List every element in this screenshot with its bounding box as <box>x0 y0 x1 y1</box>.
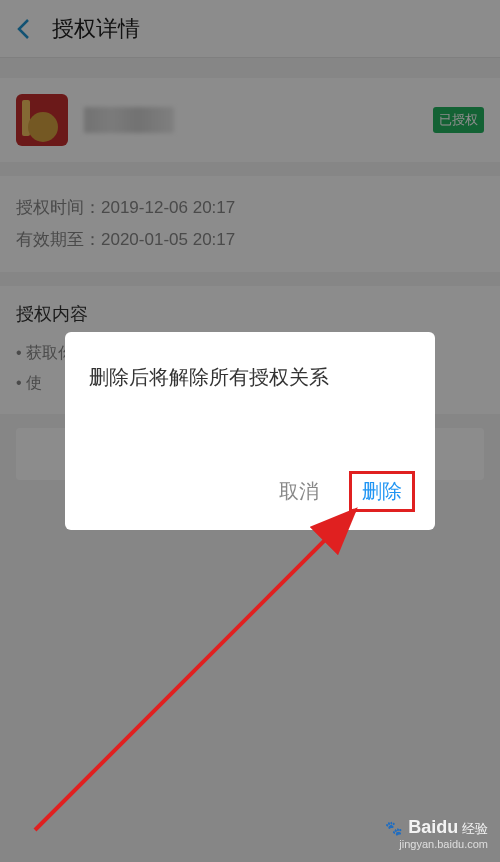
highlight-annotation: 删除 <box>349 471 415 512</box>
watermark-url: jingyan.baidu.com <box>385 838 488 850</box>
confirm-dialog: 删除后将解除所有授权关系 取消 删除 <box>65 332 435 530</box>
cancel-button[interactable]: 取消 <box>279 478 319 505</box>
watermark-suffix: 经验 <box>462 821 488 836</box>
modal-overlay: 删除后将解除所有授权关系 取消 删除 <box>0 0 500 862</box>
dialog-message: 删除后将解除所有授权关系 <box>89 364 411 391</box>
watermark-brand: 🐾Baidu 经验 <box>385 817 488 838</box>
dialog-buttons: 取消 删除 <box>89 471 411 512</box>
watermark: 🐾Baidu 经验 jingyan.baidu.com <box>385 817 488 850</box>
paw-icon: 🐾 <box>385 820 402 836</box>
delete-button[interactable]: 删除 <box>362 478 402 505</box>
